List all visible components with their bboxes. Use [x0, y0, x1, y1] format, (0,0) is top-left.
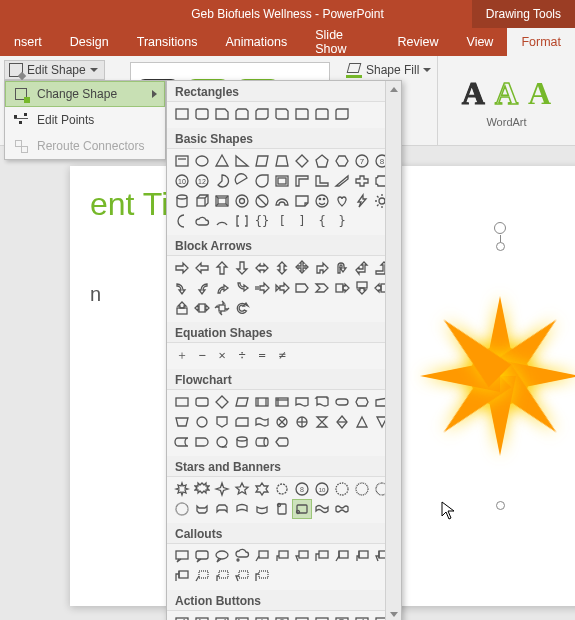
shape-rounded-rectangle[interactable] [193, 105, 211, 123]
shape-flowchart-decision[interactable] [213, 393, 231, 411]
shape-curved-left-arrow[interactable] [193, 279, 211, 297]
shape-oval-callout[interactable] [213, 547, 231, 565]
shape-oval[interactable] [193, 152, 211, 170]
shape-flowchart-stored-data[interactable] [173, 433, 191, 451]
shape-curved-down-ribbon[interactable] [253, 500, 271, 518]
shape-flowchart-extract[interactable] [353, 413, 371, 431]
shape-12-point-star[interactable] [333, 480, 351, 498]
shape-flowchart-document[interactable] [293, 393, 311, 411]
shape-down-ribbon[interactable] [213, 500, 231, 518]
shape-flowchart-collate[interactable] [313, 413, 331, 431]
shape-action-forward[interactable] [193, 614, 211, 620]
tab-design[interactable]: Design [56, 28, 123, 56]
shape-round-single[interactable] [293, 105, 311, 123]
shape-wave[interactable] [313, 500, 331, 518]
shape-flowchart-card[interactable] [233, 413, 251, 431]
shape-snip-single[interactable] [213, 105, 231, 123]
wordart-preset[interactable]: A [528, 75, 551, 112]
shape-donut[interactable] [233, 192, 251, 210]
shape-teardrop[interactable] [253, 172, 271, 190]
shape-quad-arrow-callout[interactable] [213, 299, 231, 317]
shape-round-diag[interactable] [333, 105, 351, 123]
shape-curved-right-arrow[interactable] [173, 279, 191, 297]
tab-slideshow[interactable]: Slide Show [301, 28, 383, 56]
shape-line-callout-4-accent[interactable] [173, 567, 191, 585]
shape-half-frame[interactable] [293, 172, 311, 190]
resize-handle[interactable] [496, 501, 505, 510]
shape-circular-arrow[interactable] [233, 299, 251, 317]
shape-16-point-star[interactable] [353, 480, 371, 498]
shape-division[interactable]: ÷ [233, 346, 251, 364]
shape-arc[interactable] [213, 212, 231, 230]
shape-block-arc[interactable] [273, 192, 291, 210]
shape-action-home[interactable] [253, 614, 271, 620]
shape-pentagon-arrow[interactable] [293, 279, 311, 297]
shape-line-callout-4-noborder[interactable] [253, 567, 271, 585]
shape-8-point-star[interactable]: 8 [293, 480, 311, 498]
shape-flowchart-direct-access[interactable] [253, 433, 271, 451]
shape-flowchart-preparation[interactable] [353, 393, 371, 411]
tab-transitions[interactable]: Transitions [123, 28, 212, 56]
shape-heart[interactable] [333, 192, 351, 210]
shape-left-right-arrow[interactable] [253, 259, 271, 277]
shape-line-callout-2-noborder[interactable] [213, 567, 231, 585]
shape-action-beginning[interactable] [213, 614, 231, 620]
shape-line-callout-1-accent[interactable] [333, 547, 351, 565]
shape-lightning[interactable] [353, 192, 371, 210]
shape-parallelogram[interactable] [253, 152, 271, 170]
shape-up-arrow-callout[interactable] [173, 299, 191, 317]
shape-not-equal[interactable]: ≠ [273, 346, 291, 364]
wordart-preset[interactable]: A [462, 75, 485, 112]
shape-line-callout-1-noborder[interactable] [193, 567, 211, 585]
shape-action-back[interactable] [173, 614, 191, 620]
shape-snip-diag[interactable] [253, 105, 271, 123]
shape-5-point-star[interactable] [233, 480, 251, 498]
shape-folded-corner[interactable] [293, 192, 311, 210]
shape-vertical-scroll[interactable] [273, 500, 291, 518]
shape-curved-down-arrow[interactable] [233, 279, 251, 297]
shape-curved-up-ribbon[interactable] [233, 500, 251, 518]
shape-flowchart-sort[interactable] [333, 413, 351, 431]
shape-chevron[interactable] [313, 279, 331, 297]
tab-view[interactable]: View [453, 28, 508, 56]
shape-line-callout-2[interactable] [273, 547, 291, 565]
shape-uturn-arrow[interactable] [333, 259, 351, 277]
shape-triangle[interactable] [213, 152, 231, 170]
shape-explosion-1[interactable] [173, 480, 191, 498]
shape-round-same[interactable] [313, 105, 331, 123]
shape-horizontal-scroll[interactable] [293, 500, 311, 518]
shape-down-arrow[interactable] [233, 259, 251, 277]
shape-dodecagon[interactable]: 12 [193, 172, 211, 190]
shape-cross[interactable] [353, 172, 371, 190]
shape-right-arrow-callout[interactable] [333, 279, 351, 297]
shape-4-point-star[interactable] [213, 480, 231, 498]
shape-trapezoid[interactable] [273, 152, 291, 170]
shape-bent-arrow[interactable] [313, 259, 331, 277]
shape-flowchart-display[interactable] [273, 433, 291, 451]
shape-down-arrow-callout[interactable] [353, 279, 371, 297]
shape-flowchart-tape[interactable] [253, 413, 271, 431]
shape-flowchart-seq-storage[interactable] [213, 433, 231, 451]
shape-cloud-callout[interactable] [233, 547, 251, 565]
shape-diamond[interactable] [293, 152, 311, 170]
shape-up-ribbon[interactable] [193, 500, 211, 518]
tab-format[interactable]: Format [507, 28, 575, 56]
shape-action-movie[interactable] [313, 614, 331, 620]
shape-7-point-star[interactable] [273, 480, 291, 498]
shape-action-end[interactable] [233, 614, 251, 620]
shape-bevel[interactable] [213, 192, 231, 210]
shape-left-right-arrow-callout[interactable] [193, 299, 211, 317]
wordart-preset[interactable]: A [495, 75, 518, 112]
shape-action-document[interactable] [333, 614, 351, 620]
shape-double-wave[interactable] [333, 500, 351, 518]
shape-smiley[interactable] [313, 192, 331, 210]
shape-flowchart-alternate[interactable] [193, 393, 211, 411]
shape-snip-round[interactable] [273, 105, 291, 123]
shape-flowchart-connector[interactable] [193, 413, 211, 431]
shape-can[interactable] [173, 192, 191, 210]
shape-hexagon[interactable] [333, 152, 351, 170]
shape-left-up-arrow[interactable] [353, 259, 371, 277]
shape-no-symbol[interactable] [253, 192, 271, 210]
shape-diag-stripe[interactable] [333, 172, 351, 190]
shape-action-sound[interactable] [353, 614, 371, 620]
